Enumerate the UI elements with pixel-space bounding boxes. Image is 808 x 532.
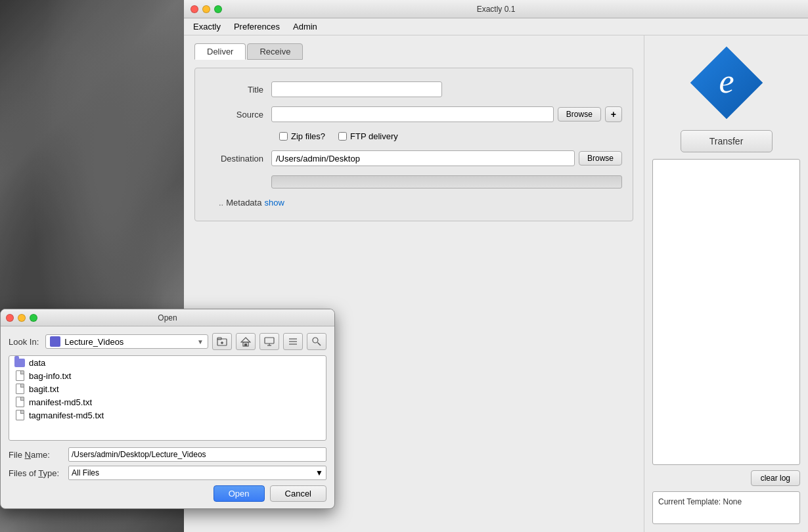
dialog-close-btn[interactable] [6,314,14,322]
source-row: Source Browse + [206,106,622,122]
files-of-type-value: All Files [72,468,99,477]
file-item-name: manifest-md5.txt [29,397,92,407]
svg-marker-7 [241,338,250,342]
list-item[interactable]: data [9,356,326,369]
menu-exactly[interactable]: Exactly [187,20,227,33]
dialog-title-bar: Open [1,309,334,326]
files-of-type-arrow-icon: ▼ [315,468,323,477]
log-area[interactable] [652,159,800,465]
home-toolbar-btn[interactable] [236,333,256,350]
look-in-select[interactable]: Lecture_Videos ▼ [45,334,208,349]
title-bar-controls [191,5,222,13]
metadata-dots: .. [219,198,223,208]
file-icon [14,370,25,381]
file-icon [14,384,25,394]
title-row: Title [206,81,622,97]
list-item[interactable]: tagmanifest-md5.txt [9,409,326,422]
dialog-title: Open [158,313,177,322]
dialog-max-btn[interactable] [30,314,37,322]
metadata-row: .. Metadata show [206,198,622,208]
title-input[interactable] [271,81,442,97]
files-of-type-label: Files of Type: [9,468,64,478]
template-text: Current Template: None [658,497,742,506]
template-box: Current Template: None [652,491,800,524]
file-name-label: File Name: [9,450,64,460]
folder-icon [14,357,25,368]
progress-row [206,175,622,188]
open-dialog: Open Look In: Lecture_Videos ▼ [0,309,335,509]
file-item-name: tagmanifest-md5.txt [29,410,104,420]
right-panel: e Transfer clear log Current Template: N… [644,35,808,532]
list-view-toolbar-btn[interactable] [283,333,303,350]
file-name-row: File Name: [9,447,326,462]
add-source-button[interactable]: + [605,106,622,122]
file-item-name: bag-info.txt [29,371,71,381]
zip-files-label[interactable]: Zip files? [279,131,325,141]
menu-bar: Exactly Preferences Admin [184,18,808,35]
tab-deliver[interactable]: Deliver [194,43,246,60]
look-in-value: Lecture_Videos [64,337,193,347]
files-of-type-row: Files of Type: All Files ▼ [9,466,326,480]
file-name-input[interactable] [68,447,326,462]
title-bar: Exactly 0.1 [184,0,808,18]
folder-icon [50,336,60,347]
list-item[interactable]: manifest-md5.txt [9,395,326,409]
file-item-name: bagit.txt [29,384,59,394]
menu-admin[interactable]: Admin [286,20,324,33]
title-label: Title [206,85,271,95]
checkbox-row: Zip files? FTP delivery [279,131,622,141]
dialog-min-btn[interactable] [18,314,26,322]
dialog-actions: Open Cancel [9,485,326,502]
new-folder-toolbar-btn[interactable] [212,333,232,350]
tab-bar: Deliver Receive [194,43,633,60]
file-icon [14,410,25,420]
destination-browse-button[interactable]: Browse [579,151,622,166]
open-button[interactable]: Open [213,485,265,502]
transfer-button[interactable]: Transfer [681,130,773,152]
destination-label: Destination [206,154,271,164]
ftp-delivery-checkbox[interactable] [338,132,347,141]
dialog-body: Look In: Lecture_Videos ▼ [1,326,334,508]
metadata-show-link[interactable]: show [264,198,284,208]
minimize-button[interactable] [202,5,210,13]
look-in-label: Look In: [9,337,39,347]
destination-input-group: /Users/admin/Desktop Browse [271,150,622,166]
window-title: Exactly 0.1 [477,5,516,14]
maximize-button[interactable] [214,5,222,13]
desktop-toolbar-btn[interactable] [259,333,279,350]
source-label: Source [206,110,271,120]
files-of-type-select[interactable]: All Files ▼ [68,466,326,480]
tab-receive[interactable]: Receive [247,43,303,60]
destination-row: Destination /Users/admin/Desktop Browse [206,150,622,166]
svg-text:e: e [719,62,734,100]
file-icon [14,397,25,407]
progress-bar [271,175,622,188]
metadata-label: Metadata [226,198,261,208]
dropdown-arrow-icon: ▼ [197,338,204,345]
svg-rect-9 [244,344,247,346]
destination-input[interactable]: /Users/admin/Desktop [271,150,575,166]
zip-files-checkbox[interactable] [279,132,288,141]
source-input-group: Browse + [271,106,622,122]
list-item[interactable]: bagit.txt [9,382,326,395]
cancel-button[interactable]: Cancel [270,485,326,502]
search-toolbar-btn[interactable] [307,333,326,350]
source-input[interactable] [271,106,554,122]
clear-log-button[interactable]: clear log [751,470,800,486]
file-list[interactable]: data bag-info.txt bagit.txt manifest-md5… [9,355,326,441]
source-browse-button[interactable]: Browse [558,107,601,122]
ftp-delivery-label[interactable]: FTP delivery [338,131,398,141]
svg-rect-10 [265,338,274,344]
menu-preferences[interactable]: Preferences [227,20,286,33]
form-box: Title Source Browse + Zip fi [194,68,633,221]
svg-line-17 [318,343,321,346]
file-item-name: data [29,358,45,368]
app-logo: e [687,43,766,122]
close-button[interactable] [191,5,198,13]
list-item[interactable]: bag-info.txt [9,369,326,382]
look-in-row: Look In: Lecture_Videos ▼ [9,333,326,350]
svg-point-16 [313,338,318,343]
dialog-title-controls [6,314,37,322]
